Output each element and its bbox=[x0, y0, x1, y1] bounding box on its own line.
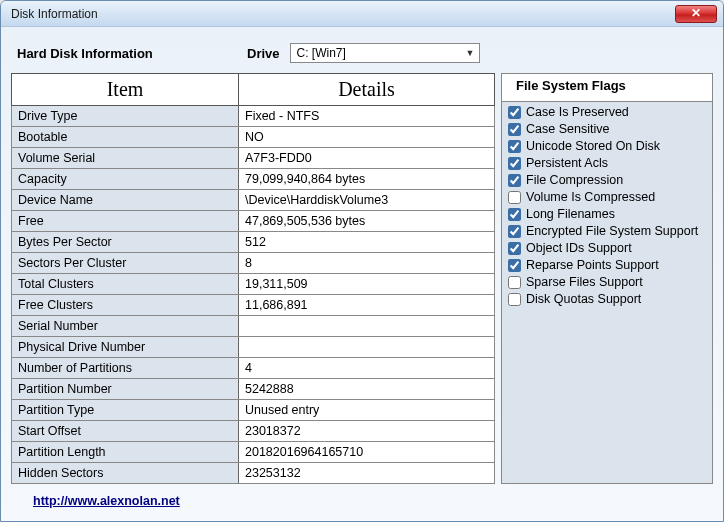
flag-row: File Compression bbox=[506, 172, 708, 189]
details-cell: Fixed - NTFS bbox=[239, 106, 495, 127]
content-area: Hard Disk Information Drive C: [Win7] ▼ … bbox=[1, 27, 723, 514]
table-row: Free Clusters11,686,891 bbox=[12, 295, 495, 316]
flag-label: Case Is Preserved bbox=[526, 104, 629, 121]
flag-checkbox[interactable] bbox=[508, 140, 521, 153]
flag-label: Long Filenames bbox=[526, 206, 615, 223]
flag-checkbox[interactable] bbox=[508, 157, 521, 170]
flag-checkbox[interactable] bbox=[508, 174, 521, 187]
flag-label: Reparse Points Support bbox=[526, 257, 659, 274]
titlebar: Disk Information ✕ bbox=[1, 1, 723, 27]
table-row: Capacity79,099,940,864 bytes bbox=[12, 169, 495, 190]
item-cell: Drive Type bbox=[12, 106, 239, 127]
flag-label: Sparse Files Support bbox=[526, 274, 643, 291]
flag-label: Persistent Acls bbox=[526, 155, 608, 172]
item-cell: Physical Drive Number bbox=[12, 337, 239, 358]
website-link[interactable]: http://www.alexnolan.net bbox=[33, 494, 180, 508]
flag-row: Sparse Files Support bbox=[506, 274, 708, 291]
details-cell: A7F3-FDD0 bbox=[239, 148, 495, 169]
details-cell: 79,099,940,864 bytes bbox=[239, 169, 495, 190]
flag-row: Persistent Acls bbox=[506, 155, 708, 172]
flag-label: Disk Quotas Support bbox=[526, 291, 641, 308]
disk-info-window: Disk Information ✕ Hard Disk Information… bbox=[0, 0, 724, 522]
main-row: Item Details Drive TypeFixed - NTFSBoota… bbox=[11, 73, 713, 484]
table-row: Drive TypeFixed - NTFS bbox=[12, 106, 495, 127]
table-row: BootableNO bbox=[12, 127, 495, 148]
flag-label: Encrypted File System Support bbox=[526, 223, 698, 240]
table-row: Partition Length20182016964165710 bbox=[12, 442, 495, 463]
drive-select[interactable]: C: [Win7] ▼ bbox=[290, 43, 480, 63]
flag-checkbox[interactable] bbox=[508, 208, 521, 221]
item-cell: Capacity bbox=[12, 169, 239, 190]
flag-label: Object IDs Support bbox=[526, 240, 632, 257]
flag-row: Unicode Stored On Disk bbox=[506, 138, 708, 155]
details-cell bbox=[239, 316, 495, 337]
flag-label: Case Sensitive bbox=[526, 121, 609, 138]
table-row: Physical Drive Number bbox=[12, 337, 495, 358]
flag-checkbox[interactable] bbox=[508, 225, 521, 238]
table-row: Hidden Sectors23253132 bbox=[12, 463, 495, 484]
item-cell: Bytes Per Sector bbox=[12, 232, 239, 253]
table-row: Number of Partitions4 bbox=[12, 358, 495, 379]
item-cell: Sectors Per Cluster bbox=[12, 253, 239, 274]
item-cell: Free bbox=[12, 211, 239, 232]
col-details-header: Details bbox=[239, 74, 495, 106]
table-row: Bytes Per Sector512 bbox=[12, 232, 495, 253]
close-button[interactable]: ✕ bbox=[675, 5, 717, 23]
flag-row: Long Filenames bbox=[506, 206, 708, 223]
table-row: Total Clusters19,311,509 bbox=[12, 274, 495, 295]
flag-row: Case Is Preserved bbox=[506, 104, 708, 121]
flag-row: Disk Quotas Support bbox=[506, 291, 708, 308]
flag-label: Volume Is Compressed bbox=[526, 189, 655, 206]
flag-label: Unicode Stored On Disk bbox=[526, 138, 660, 155]
item-cell: Partition Number bbox=[12, 379, 239, 400]
details-cell: 512 bbox=[239, 232, 495, 253]
flag-checkbox[interactable] bbox=[508, 293, 521, 306]
item-cell: Start Offset bbox=[12, 421, 239, 442]
details-cell bbox=[239, 337, 495, 358]
details-cell: 5242888 bbox=[239, 379, 495, 400]
flag-checkbox[interactable] bbox=[508, 242, 521, 255]
table-row: Serial Number bbox=[12, 316, 495, 337]
flag-checkbox[interactable] bbox=[508, 123, 521, 136]
details-cell: 4 bbox=[239, 358, 495, 379]
item-cell: Total Clusters bbox=[12, 274, 239, 295]
col-item-header: Item bbox=[12, 74, 239, 106]
table-row: Partition TypeUnused entry bbox=[12, 400, 495, 421]
item-cell: Device Name bbox=[12, 190, 239, 211]
flags-title: File System Flags bbox=[502, 74, 712, 102]
drive-select-value: C: [Win7] bbox=[297, 46, 346, 60]
item-cell: Bootable bbox=[12, 127, 239, 148]
details-cell: 11,686,891 bbox=[239, 295, 495, 316]
details-cell: 8 bbox=[239, 253, 495, 274]
flag-label: File Compression bbox=[526, 172, 623, 189]
chevron-down-icon: ▼ bbox=[466, 48, 475, 58]
footer: http://www.alexnolan.net bbox=[11, 484, 713, 508]
item-cell: Free Clusters bbox=[12, 295, 239, 316]
flag-row: Volume Is Compressed bbox=[506, 189, 708, 206]
table-row: Device Name\Device\HarddiskVolume3 bbox=[12, 190, 495, 211]
details-cell: 19,311,509 bbox=[239, 274, 495, 295]
item-cell: Partition Length bbox=[12, 442, 239, 463]
flag-row: Case Sensitive bbox=[506, 121, 708, 138]
details-cell: \Device\HarddiskVolume3 bbox=[239, 190, 495, 211]
info-table: Item Details Drive TypeFixed - NTFSBoota… bbox=[11, 73, 495, 484]
header-row: Hard Disk Information Drive C: [Win7] ▼ bbox=[11, 35, 713, 73]
item-cell: Hidden Sectors bbox=[12, 463, 239, 484]
flags-panel: File System Flags Case Is PreservedCase … bbox=[501, 73, 713, 484]
item-cell: Volume Serial bbox=[12, 148, 239, 169]
close-icon: ✕ bbox=[691, 6, 701, 20]
item-cell: Serial Number bbox=[12, 316, 239, 337]
hard-disk-info-label: Hard Disk Information bbox=[17, 46, 247, 61]
details-cell: Unused entry bbox=[239, 400, 495, 421]
item-cell: Partition Type bbox=[12, 400, 239, 421]
flag-checkbox[interactable] bbox=[508, 276, 521, 289]
details-cell: 23018372 bbox=[239, 421, 495, 442]
flag-checkbox[interactable] bbox=[508, 259, 521, 272]
flag-checkbox[interactable] bbox=[508, 191, 521, 204]
flag-row: Reparse Points Support bbox=[506, 257, 708, 274]
flag-row: Object IDs Support bbox=[506, 240, 708, 257]
flag-checkbox[interactable] bbox=[508, 106, 521, 119]
table-row: Free47,869,505,536 bytes bbox=[12, 211, 495, 232]
details-cell: 20182016964165710 bbox=[239, 442, 495, 463]
info-table-wrap: Item Details Drive TypeFixed - NTFSBoota… bbox=[11, 73, 495, 484]
